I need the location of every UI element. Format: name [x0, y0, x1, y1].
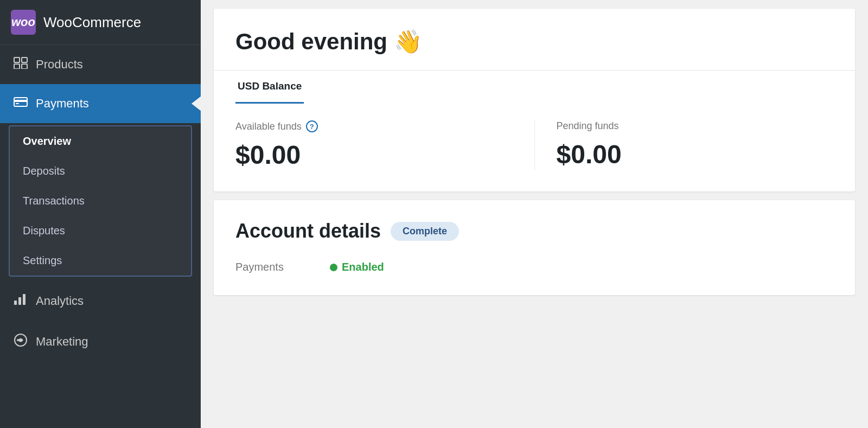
- payments-icon: [13, 96, 28, 111]
- svg-rect-3: [22, 64, 27, 69]
- svg-rect-6: [16, 103, 19, 104]
- sidebar-item-analytics[interactable]: Analytics: [0, 281, 201, 321]
- sidebar-brand-name: WooCommerce: [43, 14, 141, 31]
- woocommerce-logo: woo: [11, 10, 36, 35]
- svg-rect-8: [18, 297, 21, 305]
- pending-funds-amount: $0.00: [557, 139, 834, 169]
- svg-rect-2: [14, 64, 20, 69]
- available-funds-amount: $0.00: [235, 140, 513, 170]
- sidebar-item-marketing-label: Marketing: [36, 335, 88, 349]
- submenu-item-deposits[interactable]: Deposits: [10, 156, 191, 186]
- svg-rect-0: [14, 58, 20, 62]
- woo-logo-text: woo: [11, 15, 35, 29]
- submenu-item-overview[interactable]: Overview: [10, 126, 191, 156]
- payments-submenu: Overview Deposits Transactions Disputes …: [9, 125, 192, 277]
- svg-rect-9: [23, 294, 25, 305]
- analytics-icon: [13, 293, 28, 309]
- account-payments-row: Payments Enabled: [235, 255, 833, 279]
- greeting-card: Good evening 👋 USD Balance Available fun…: [214, 9, 855, 191]
- available-funds-label: Available funds ?: [235, 120, 513, 132]
- submenu-item-transactions[interactable]: Transactions: [10, 186, 191, 216]
- main-content: Good evening 👋 USD Balance Available fun…: [201, 0, 868, 428]
- svg-point-11: [17, 339, 19, 341]
- pending-funds-label: Pending funds: [557, 120, 834, 132]
- tab-list: USD Balance: [235, 71, 833, 103]
- sidebar: woo WooCommerce Products Payments Over: [0, 0, 201, 428]
- svg-rect-5: [14, 100, 27, 102]
- pending-funds-col: Pending funds $0.00: [535, 120, 834, 170]
- submenu-item-settings[interactable]: Settings: [10, 246, 191, 276]
- greeting-text: Good evening 👋: [235, 28, 833, 55]
- available-funds-help-icon[interactable]: ?: [306, 120, 318, 132]
- sidebar-item-products[interactable]: Products: [0, 45, 201, 84]
- sidebar-item-payments[interactable]: Payments: [0, 84, 201, 123]
- account-payments-label: Payments: [235, 261, 322, 273]
- enabled-dot: [330, 264, 337, 271]
- products-icon: [13, 57, 28, 72]
- enabled-label: Enabled: [342, 261, 384, 273]
- sidebar-item-analytics-label: Analytics: [36, 294, 84, 308]
- available-funds-col: Available funds ? $0.00: [235, 120, 535, 170]
- sidebar-logo-row: woo WooCommerce: [0, 0, 201, 45]
- sidebar-item-marketing[interactable]: Marketing: [0, 321, 201, 362]
- account-details-title: Account details: [235, 220, 381, 242]
- sidebar-item-payments-label: Payments: [36, 97, 89, 111]
- account-details-header: Account details Complete: [235, 220, 833, 242]
- balance-content: Available funds ? $0.00 Pending funds $0…: [214, 103, 855, 191]
- account-payments-status: Enabled: [330, 261, 384, 273]
- tab-usd-balance[interactable]: USD Balance: [235, 71, 304, 104]
- submenu-item-disputes[interactable]: Disputes: [10, 216, 191, 246]
- svg-rect-1: [22, 58, 27, 62]
- svg-rect-7: [14, 301, 17, 305]
- marketing-icon: [13, 333, 28, 350]
- sidebar-item-products-label: Products: [36, 58, 83, 72]
- greeting-section: Good evening 👋: [214, 9, 855, 70]
- account-details-card: Account details Complete Payments Enable…: [214, 200, 855, 295]
- account-status-badge: Complete: [391, 222, 459, 241]
- balance-tabs: USD Balance: [214, 70, 855, 103]
